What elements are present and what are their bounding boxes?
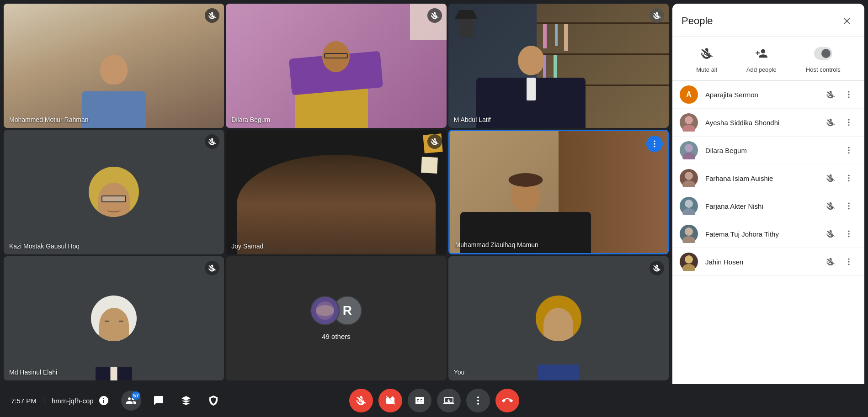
svg-point-6 — [685, 116, 693, 124]
mute-all-button[interactable]: Mute all — [696, 44, 717, 73]
svg-point-32 — [682, 264, 695, 271]
svg-point-5 — [848, 96, 849, 98]
video-tile-others: R 49 others — [226, 256, 446, 380]
svg-point-18 — [848, 175, 849, 176]
mute-icon-3 — [650, 8, 664, 23]
person-actions-farjana — [822, 198, 857, 214]
people-button[interactable]: 57 — [121, 391, 141, 411]
person-actions-jahin — [822, 253, 857, 270]
svg-point-20 — [848, 180, 849, 181]
chat-button[interactable] — [149, 391, 169, 411]
svg-point-24 — [848, 205, 849, 206]
svg-point-2 — [654, 146, 655, 147]
leave-call-button[interactable] — [495, 389, 519, 412]
svg-point-8 — [848, 119, 849, 121]
person-name-farhana: Farhana Islam Auishie — [705, 174, 822, 182]
mute-jahin-button[interactable] — [822, 253, 839, 270]
current-time: 7:57 PM — [11, 397, 37, 405]
host-controls-button[interactable]: Host controls — [806, 44, 841, 73]
video-tile-5: Joy Samad — [226, 130, 446, 254]
name-label-2: Dilara Begum — [231, 116, 270, 123]
svg-point-17 — [682, 180, 695, 187]
person-actions-aparajita — [822, 86, 857, 103]
person-row-farjana: Farjana Akter Nishi — [672, 192, 864, 220]
mute-icon-2 — [427, 8, 442, 23]
safety-button[interactable] — [203, 391, 224, 411]
person-actions-dilara — [841, 142, 857, 158]
mute-fatema-button[interactable] — [822, 226, 839, 242]
mute-farhana-button[interactable] — [822, 170, 839, 186]
svg-point-36 — [477, 396, 479, 398]
svg-point-31 — [685, 255, 693, 264]
more-jahin-button[interactable] — [841, 253, 857, 270]
close-sidebar-button[interactable] — [839, 13, 855, 29]
info-button[interactable] — [94, 391, 114, 411]
svg-point-37 — [477, 400, 479, 401]
host-controls-label: Host controls — [806, 66, 841, 73]
svg-point-38 — [477, 403, 479, 405]
name-label-4: Kazi Mostak Gausul Hoq — [9, 243, 80, 250]
camera-button[interactable] — [378, 389, 402, 412]
person-actions-ayesha — [822, 114, 857, 131]
name-label-3: M Abdul Latif — [454, 116, 491, 123]
activities-button[interactable] — [176, 391, 196, 411]
mute-farjana-button[interactable] — [822, 198, 839, 214]
svg-point-33 — [848, 259, 849, 260]
person-name-farjana: Farjana Akter Nishi — [705, 202, 822, 210]
more-options-button[interactable] — [466, 389, 490, 412]
people-sidebar: People Mute all Add people — [672, 4, 864, 384]
video-tile-4: Kazi Mostak Gausul Hoq — [4, 130, 224, 254]
person-name-fatema: Fatema Tuj Johora Tithy — [705, 230, 822, 238]
svg-point-3 — [848, 91, 849, 93]
svg-point-15 — [848, 152, 849, 153]
name-label-1: Mohammed Motiur Rahman — [9, 116, 89, 123]
people-list: A Aparajita Sermon Ayesha Siddika Shondh… — [672, 81, 864, 384]
more-farhana-button[interactable] — [841, 170, 857, 186]
sidebar-actions: Mute all Add people Host controls — [672, 37, 864, 81]
more-dilara-button[interactable] — [841, 142, 857, 158]
person-row-ayesha: Ayesha Siddika Shondhi — [672, 109, 864, 137]
present-button[interactable] — [437, 389, 461, 412]
others-count-label: 49 others — [322, 333, 351, 340]
avatar-dilara — [680, 141, 698, 159]
mute-ayesha-button[interactable] — [822, 114, 839, 131]
svg-point-7 — [682, 125, 695, 132]
name-label-7: Md Hasinul Elahi — [9, 369, 57, 376]
svg-point-1 — [654, 143, 655, 145]
host-controls-icon — [814, 44, 832, 63]
svg-point-22 — [682, 208, 695, 215]
svg-point-26 — [685, 227, 693, 236]
name-label-5: Joy Samad — [231, 243, 263, 250]
mute-aparajita-button[interactable] — [822, 86, 839, 103]
mute-all-label: Mute all — [696, 66, 717, 73]
right-controls: 57 — [94, 391, 224, 411]
more-aparajita-button[interactable] — [841, 86, 857, 103]
captions-button[interactable] — [408, 389, 431, 412]
svg-point-30 — [848, 236, 849, 237]
svg-point-27 — [682, 236, 695, 243]
more-farjana-button[interactable] — [841, 198, 857, 214]
mute-icon-7 — [205, 261, 219, 275]
video-tile-7: Md Hasinul Elahi — [4, 256, 224, 380]
more-fatema-button[interactable] — [841, 226, 857, 242]
add-people-button[interactable]: Add people — [746, 44, 777, 73]
name-label-6: Muhammad Ziaulhaq Mamun — [455, 241, 538, 248]
person-row-dilara: Dilara Begum — [672, 137, 864, 164]
svg-point-29 — [848, 233, 849, 234]
person-row-fatema: Fatema Tuj Johora Tithy — [672, 220, 864, 248]
svg-point-23 — [848, 203, 849, 204]
svg-point-0 — [654, 141, 655, 142]
person-row-aparajita: A Aparajita Sermon — [672, 81, 864, 109]
avatar-fatema — [680, 225, 698, 243]
svg-point-19 — [848, 177, 849, 179]
person-actions-fatema — [822, 226, 857, 242]
video-tile-you: You — [448, 256, 669, 380]
svg-point-25 — [848, 208, 849, 209]
svg-point-10 — [848, 124, 849, 126]
mic-button[interactable] — [349, 389, 373, 412]
add-people-icon — [752, 44, 771, 63]
person-name-ayesha: Ayesha Siddika Shondhi — [705, 119, 822, 127]
svg-point-34 — [848, 261, 849, 262]
meeting-code: hmm-jqfh-cop — [52, 397, 94, 405]
more-ayesha-button[interactable] — [841, 114, 857, 131]
